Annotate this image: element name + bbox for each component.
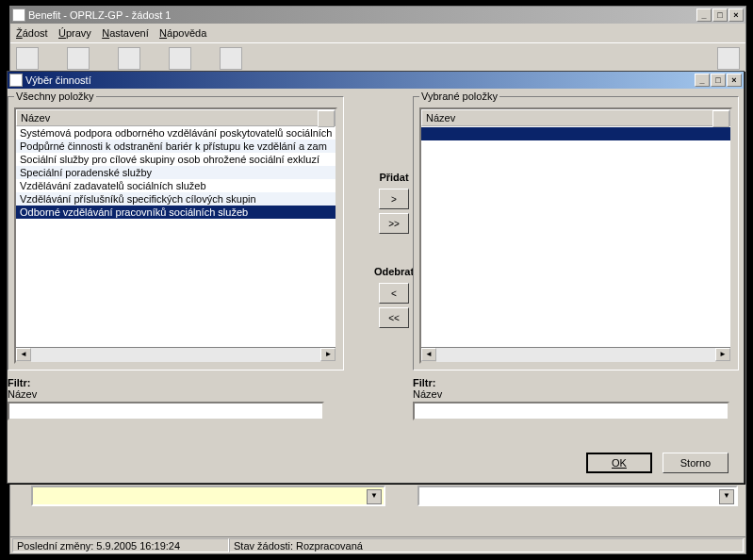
app-icon [12, 8, 25, 22]
scroll-track[interactable] [31, 348, 320, 362]
ok-button[interactable]: OK [586, 453, 652, 473]
toolbar-icon[interactable] [220, 47, 242, 70]
main-titlebar[interactable]: Benefit - OPRLZ-GP - žádost 1 _ □ × [10, 7, 745, 24]
menu-nastaveni[interactable]: Nastavení [102, 27, 149, 39]
filter-input-right[interactable] [413, 402, 729, 420]
toolbar [10, 42, 745, 74]
filter-sublabel: Název [413, 388, 729, 400]
remove-all-button[interactable]: << [379, 307, 409, 328]
dialog-body: Všechny položky Název Systémová podpora … [8, 91, 744, 483]
listbox-selected[interactable]: Název ◄ ► [419, 107, 732, 364]
close-button[interactable]: × [728, 8, 744, 22]
dialog-close-button[interactable]: × [727, 74, 742, 87]
filter-input-left[interactable] [8, 402, 324, 420]
list-item-selected[interactable]: Odborné vzdělávání pracovníků sociálních… [16, 206, 336, 219]
scroll-track[interactable] [436, 348, 715, 362]
list-item[interactable]: Podpůrné činnosti k odstranění bariér k … [16, 140, 336, 153]
dialog-title: Výběr činností [25, 74, 694, 86]
column-header-nazev[interactable]: Název [421, 109, 730, 126]
scroll-left-button[interactable]: ◄ [421, 348, 436, 361]
menu-zadost[interactable]: Žádost [16, 27, 48, 39]
menu-upravy[interactable]: Úpravy [58, 27, 91, 39]
column-header-nazev[interactable]: Název [16, 109, 336, 126]
toolbar-icon[interactable] [67, 47, 90, 70]
toolbar-icon[interactable] [16, 47, 39, 70]
filter-label: Filtr: [413, 377, 729, 388]
list-item[interactable]: Vzdělávání příslušníků specifických cílo… [16, 192, 336, 206]
list-item[interactable]: Systémová podpora odborného vzdělávání p… [16, 126, 336, 140]
scroll-right-button[interactable]: ► [715, 348, 730, 361]
dialog-maximize-button[interactable]: □ [711, 74, 726, 87]
legend-all: Všechny položky [14, 91, 96, 102]
dialog-minimize-button[interactable]: _ [695, 74, 710, 87]
add-button[interactable]: > [379, 189, 409, 209]
filter-right: Filtr: Název [413, 373, 729, 420]
dialog-buttons: OK Storno [579, 453, 728, 473]
status-changes: Poslední změny: 5.9.2005 16:19:24 [12, 538, 229, 552]
storno-button[interactable]: Storno [663, 453, 728, 473]
scroll-left-button[interactable]: ◄ [16, 348, 31, 361]
main-title: Benefit - OPRLZ-GP - žádost 1 [28, 9, 696, 21]
list-item[interactable]: Speciální poradenské služby [16, 166, 336, 179]
scrollbar-horizontal[interactable]: ◄ ► [421, 347, 730, 362]
minimize-button[interactable]: _ [696, 8, 712, 22]
dialog-vyber-cinnosti: Výběr činností _ □ × Všechny položky Náz… [7, 71, 745, 484]
combo-left[interactable] [31, 486, 385, 506]
menu-napoveda[interactable]: Nápověda [159, 27, 206, 39]
maximize-button[interactable]: □ [712, 8, 728, 22]
list-item[interactable]: Vzdělávání zadavatelů sociálních služeb [16, 179, 336, 192]
fieldset-all-items: Všechny položky Název Systémová podpora … [8, 91, 344, 371]
status-state: Stav žádosti: Rozpracovaná [229, 538, 744, 552]
add-all-button[interactable]: >> [379, 213, 409, 234]
combo-right[interactable] [417, 486, 738, 506]
legend-selected: Vybrané položky [419, 91, 499, 102]
filter-left: Filtr: Název [8, 373, 324, 420]
dialog-icon [9, 74, 23, 87]
scroll-right-button[interactable]: ► [320, 348, 336, 361]
filter-label: Filtr: [8, 377, 324, 388]
scrollbar-horizontal[interactable]: ◄ ► [16, 347, 336, 362]
toolbar-icon[interactable] [118, 47, 140, 70]
statusbar: Poslední změny: 5.9.2005 16:19:24 Stav ž… [10, 536, 745, 553]
fieldset-selected-items: Vybrané položky Název ◄ ► [413, 91, 739, 371]
list-item[interactable]: Sociální služby pro cílové skupiny osob … [16, 153, 336, 166]
toolbar-icon[interactable] [169, 47, 191, 70]
selected-empty-row[interactable] [421, 127, 730, 140]
remove-button[interactable]: < [379, 283, 409, 304]
menubar[interactable]: Žádost Úpravy Nastavení Nápověda [10, 24, 745, 42]
filter-sublabel: Název [8, 388, 324, 400]
dialog-titlebar[interactable]: Výběr činností _ □ × [8, 72, 744, 89]
toolbar-icon[interactable] [717, 47, 740, 70]
listbox-all[interactable]: Název Systémová podpora odborného vzdělá… [14, 107, 337, 364]
